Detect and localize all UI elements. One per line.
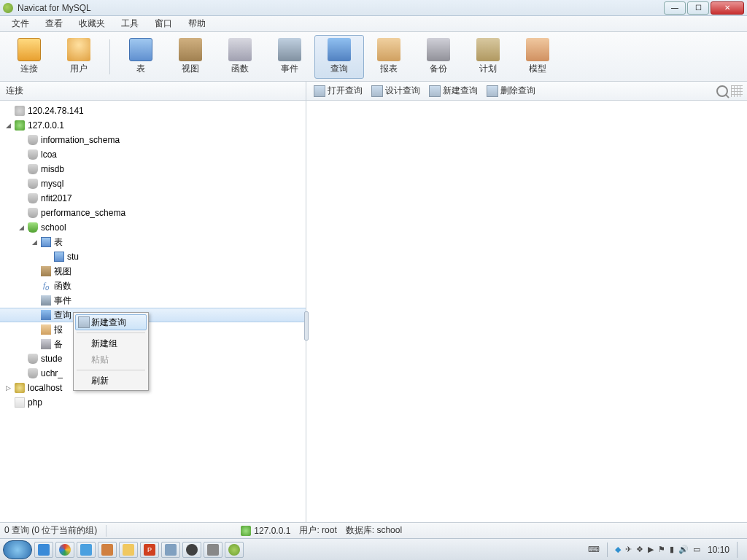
design-query-icon	[371, 85, 383, 97]
connection-tree-pane[interactable]: 120.24.78.141 ◢127.0.0.1 information_sch…	[0, 101, 306, 522]
task-app1[interactable]	[98, 542, 117, 558]
tray-shield-icon[interactable]: ◆	[615, 545, 621, 554]
connection-tree: 120.24.78.141 ◢127.0.0.1 information_sch…	[0, 104, 306, 410]
tree-reports[interactable]: 报	[31, 322, 306, 337]
task-chrome[interactable]	[55, 542, 74, 558]
tool-connection[interactable]: 连接	[4, 35, 54, 79]
action-open-query[interactable]: 打开查询	[311, 83, 365, 98]
tree-db[interactable]: misdb	[18, 162, 306, 176]
ctx-refresh[interactable]: 刷新	[75, 373, 147, 389]
host-icon	[15, 383, 25, 393]
action-design-query[interactable]: 设计查询	[368, 83, 423, 98]
status-host: 127.0.0.1	[254, 526, 290, 536]
tree-queries[interactable]: 查询	[31, 308, 306, 322]
menu-tools[interactable]: 工具	[114, 16, 146, 31]
tree-db[interactable]: information_schema	[18, 133, 306, 147]
tree-file-php[interactable]: php	[4, 395, 306, 410]
task-app2[interactable]	[161, 542, 180, 558]
status-left: 0 查询 (0 位于当前的组)	[4, 524, 97, 537]
tree-host[interactable]: ◢127.0.0.1	[4, 118, 306, 133]
action-new-query[interactable]: 新建查询	[426, 83, 481, 98]
database-icon	[28, 149, 38, 160]
tree-db[interactable]: lcoa	[18, 147, 306, 162]
query-icon	[328, 38, 351, 61]
tool-user[interactable]: 用户	[54, 35, 104, 79]
tool-model[interactable]: 模型	[513, 35, 562, 79]
window-title: Navicat for MySQL	[18, 3, 664, 13]
tool-table[interactable]: 表	[116, 35, 166, 79]
tree-views[interactable]: 视图	[31, 264, 306, 279]
view-icon	[179, 38, 202, 61]
connection-icon	[18, 38, 41, 61]
database-icon	[28, 222, 38, 233]
menu-favorites[interactable]: 收藏夹	[71, 16, 112, 31]
task-explorer[interactable]	[119, 542, 138, 558]
table-icon	[54, 252, 64, 262]
report-icon	[377, 38, 400, 61]
tray-clock[interactable]: 10:10	[705, 545, 732, 555]
close-button[interactable]: ✕	[711, 1, 744, 15]
ctx-separator	[77, 332, 145, 333]
database-icon	[28, 354, 38, 364]
user-icon	[67, 38, 90, 61]
database-icon	[28, 193, 38, 203]
database-icon	[28, 208, 38, 218]
ctx-new-group[interactable]: 新建组	[75, 335, 147, 351]
tray-volume-icon[interactable]: 🔊	[678, 545, 689, 554]
search-icon[interactable]	[716, 85, 728, 97]
tray-send-icon[interactable]: ✈	[625, 545, 632, 554]
database-icon	[28, 164, 38, 174]
menu-file[interactable]: 文件	[4, 16, 36, 31]
tray-flag-icon[interactable]: ⚑	[658, 545, 665, 554]
tree-tables[interactable]: ◢表	[31, 235, 306, 249]
tree-db[interactable]: stude	[18, 351, 306, 366]
task-app3[interactable]	[204, 542, 222, 558]
tray-play-icon[interactable]: ▶	[648, 545, 654, 554]
task-powerpoint[interactable]: P	[140, 542, 159, 558]
context-menu: 新建查询 新建组 粘贴 刷新	[73, 312, 149, 391]
reports-icon	[41, 324, 51, 335]
tray-battery-icon[interactable]: ▮	[670, 545, 674, 554]
ctx-new-query[interactable]: 新建查询	[75, 314, 147, 330]
task-ie[interactable]	[34, 542, 53, 558]
tree-db-school[interactable]: ◢school	[18, 220, 306, 235]
minimize-button[interactable]: —	[664, 1, 686, 15]
main-split: 120.24.78.141 ◢127.0.0.1 information_sch…	[0, 101, 747, 522]
task-folder[interactable]	[77, 542, 96, 558]
menu-view[interactable]: 查看	[38, 16, 70, 31]
show-desktop-button[interactable]	[737, 542, 744, 558]
tree-db[interactable]: mysql	[18, 176, 306, 191]
tray-network-icon[interactable]: ▭	[693, 545, 700, 554]
tool-backup[interactable]: 备份	[414, 35, 463, 79]
tree-functions[interactable]: f0函数	[31, 279, 306, 293]
maximize-button[interactable]: ☐	[687, 1, 709, 15]
tree-db[interactable]: performance_schema	[18, 206, 306, 220]
tool-schedule[interactable]: 计划	[463, 35, 513, 79]
grid-view-icon[interactable]	[731, 85, 743, 97]
task-media[interactable]	[182, 542, 201, 558]
tree-events[interactable]: 事件	[31, 293, 306, 308]
host-icon	[15, 106, 25, 116]
tree-db[interactable]: uchr_	[18, 366, 306, 381]
tool-function[interactable]: 函数	[215, 35, 265, 79]
tray-app-icon[interactable]: ❖	[636, 545, 643, 554]
tool-event[interactable]: 事件	[265, 35, 314, 79]
menu-window[interactable]: 窗口	[147, 16, 179, 31]
action-delete-query[interactable]: 删除查询	[484, 83, 538, 98]
system-tray: ⌨ ◆ ✈ ❖ ▶ ⚑ ▮ 🔊 ▭ 10:10	[588, 542, 744, 558]
tree-backups[interactable]: 备	[31, 337, 306, 351]
tree-host[interactable]: 120.24.78.141	[4, 104, 306, 118]
tool-report[interactable]: 报表	[364, 35, 414, 79]
tool-query[interactable]: 查询	[314, 35, 364, 79]
menu-help[interactable]: 帮助	[181, 16, 213, 31]
start-button[interactable]	[3, 540, 32, 559]
taskbar: P ⌨ ◆ ✈ ❖ ▶ ⚑ ▮ 🔊 ▭ 10:10	[0, 538, 747, 560]
tool-view[interactable]: 视图	[166, 35, 215, 79]
function-icon	[228, 38, 252, 61]
tree-table-stu[interactable]: stu	[44, 249, 306, 264]
tray-keyboard-icon[interactable]: ⌨	[588, 545, 600, 554]
tree-host-localhost[interactable]: ▷localhost	[4, 381, 306, 395]
open-query-icon	[314, 85, 325, 97]
tree-db[interactable]: nfit2017	[18, 191, 306, 206]
task-navicat[interactable]	[225, 542, 244, 558]
